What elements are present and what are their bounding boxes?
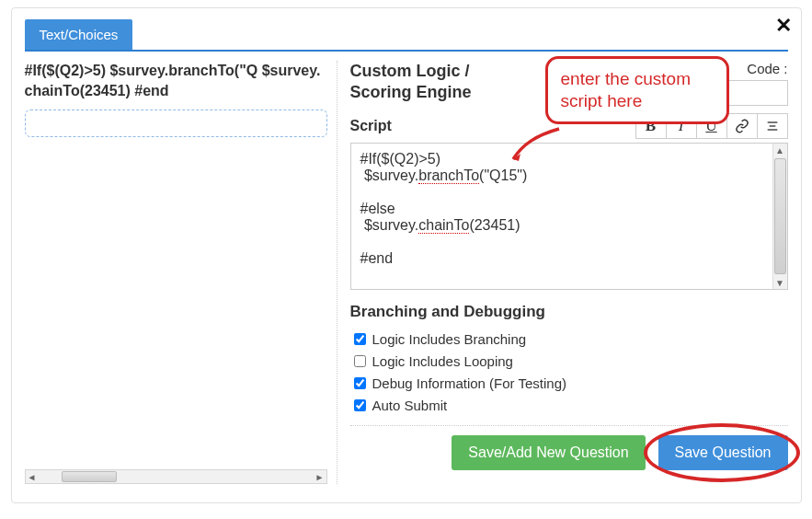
align-center-icon: [765, 119, 780, 133]
save-add-button[interactable]: Save/Add New Question: [452, 435, 645, 470]
checkbox-1[interactable]: [354, 355, 366, 367]
scroll-right-icon[interactable]: ►: [314, 470, 326, 483]
preview-dropzone[interactable]: [25, 110, 327, 137]
section-title-line1: Custom Logic /: [350, 62, 470, 80]
vertical-scrollbar[interactable]: ▲ ▼: [772, 144, 787, 289]
checkbox-2[interactable]: [354, 377, 366, 389]
link-icon: [735, 119, 749, 133]
align-button[interactable]: [757, 113, 788, 139]
script-editor-content[interactable]: #If($(Q2)>5) $survey.branchTo("Q15") #el…: [351, 144, 772, 289]
checkbox-3[interactable]: [354, 399, 366, 411]
section-title-line2: Scoring Engine: [350, 83, 472, 101]
vscroll-thumb[interactable]: [774, 158, 786, 274]
scroll-left-icon[interactable]: ◄: [26, 470, 39, 483]
checkbox-label: Debug Information (For Testing): [372, 375, 567, 391]
checkbox-row[interactable]: Logic Includes Branching: [350, 330, 788, 348]
question-editor-modal: ✕ Text/Choices #If($(Q2)>5) $survey.bran…: [11, 7, 802, 503]
script-label: Script: [350, 118, 392, 134]
checkbox-label: Auto Submit: [372, 398, 448, 413]
link-button[interactable]: [726, 113, 758, 139]
checkbox-row[interactable]: Auto Submit: [350, 397, 788, 414]
checkbox-label: Logic Includes Looping: [372, 353, 513, 369]
left-preview-pane: #If($(Q2)>5) $survey.branchTo("Q $survey…: [25, 61, 337, 484]
save-button[interactable]: Save Question: [658, 435, 788, 470]
checkbox-label: Logic Includes Branching: [372, 331, 527, 347]
tab-bar: Text/Choices: [25, 19, 788, 52]
checkbox-0[interactable]: [354, 333, 366, 345]
tab-text-choices[interactable]: Text/Choices: [25, 19, 133, 50]
script-editor[interactable]: #If($(Q2)>5) $survey.branchTo("Q15") #el…: [350, 143, 788, 290]
checkbox-row[interactable]: Logic Includes Looping: [350, 352, 788, 370]
checkbox-row[interactable]: Debug Information (For Testing): [350, 375, 788, 392]
hscroll-track[interactable]: [39, 470, 314, 483]
close-icon[interactable]: ✕: [775, 14, 792, 38]
branching-title: Branching and Debugging: [350, 303, 788, 321]
scroll-down-icon[interactable]: ▼: [773, 276, 787, 289]
action-bar: Save/Add New Question Save Question: [350, 425, 788, 470]
annotation-callout: enter the custom script here: [545, 56, 729, 124]
annotation-arrow: [509, 126, 564, 163]
hscroll-thumb[interactable]: [62, 471, 117, 482]
section-title: Custom Logic / Scoring Engine: [350, 61, 497, 104]
scroll-up-icon[interactable]: ▲: [773, 144, 787, 156]
horizontal-scrollbar[interactable]: ◄ ►: [25, 469, 327, 484]
vscroll-track[interactable]: [773, 156, 787, 276]
preview-script-text: #If($(Q2)>5) $survey.branchTo("Q $survey…: [25, 61, 327, 100]
